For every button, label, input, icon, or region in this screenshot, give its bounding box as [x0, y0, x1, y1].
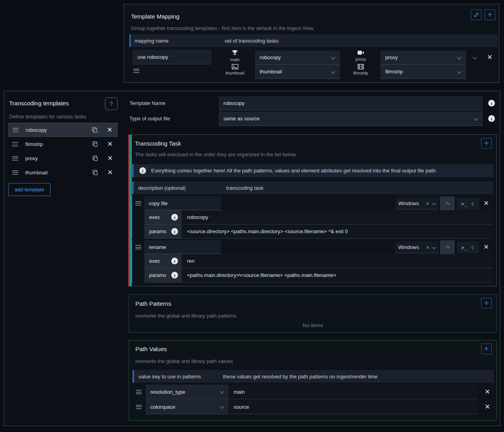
delete-task-button[interactable] [483, 243, 490, 251]
delete-mapping-button[interactable] [486, 54, 493, 61]
column-set-of-tasks: set of transcoding tasks [225, 38, 279, 44]
mapping-name-input[interactable] [133, 50, 212, 64]
help-button[interactable]: ? [105, 97, 118, 110]
row-drag-handle[interactable] [136, 390, 142, 394]
output-type-value: same as source [223, 116, 260, 122]
expand-icon [474, 12, 479, 18]
column-value-desc: these values get resolved by the path pa… [223, 374, 378, 380]
task-description-input[interactable] [144, 196, 221, 210]
mapping-drag-handle[interactable] [133, 69, 139, 73]
template-name-input[interactable] [219, 96, 483, 110]
drag-handle-icon[interactable] [13, 128, 19, 132]
info-icon[interactable] [171, 258, 178, 264]
info-icon[interactable] [171, 272, 178, 279]
info-icon[interactable] [488, 100, 495, 107]
delete-template-button[interactable] [107, 169, 114, 176]
output-type-label: Type of output file [129, 116, 170, 122]
delete-template-button[interactable] [107, 155, 114, 162]
chevron-down-icon [219, 404, 224, 408]
task-drag-handle[interactable] [135, 245, 141, 249]
collapse-task-button[interactable] [440, 240, 455, 254]
row-drag-handle[interactable] [136, 405, 142, 409]
sidebar-subtitle: Define templates for various tasks [9, 114, 86, 120]
plus-icon [484, 299, 489, 307]
params-row: params <source.directory> <paths.main.di… [144, 224, 493, 239]
task-os-select[interactable]: Windows [395, 198, 438, 209]
transcoding-task-subtitle: The tasks will exectued in the order the… [135, 151, 296, 157]
chevron-down-icon [432, 202, 436, 206]
params-label: params [149, 228, 166, 234]
column-mapping-name: mapping name [135, 38, 225, 44]
chevron-left-icon[interactable] [472, 245, 476, 249]
plus-icon [484, 345, 489, 353]
exec-value[interactable]: ren [187, 258, 195, 264]
add-path-pattern-button[interactable] [481, 298, 492, 309]
collapse-task-button[interactable] [440, 196, 455, 210]
remove-os-icon[interactable] [426, 201, 429, 206]
add-path-value-button[interactable] [481, 344, 492, 354]
duplicate-icon[interactable] [92, 170, 98, 175]
drag-handle-icon[interactable] [12, 156, 18, 161]
slot-label-filmstrip: filmstrip [347, 71, 375, 75]
delete-path-value-button[interactable] [484, 388, 491, 395]
output-type-select[interactable]: same as source [219, 112, 483, 126]
task-os-select[interactable]: Windows [395, 241, 438, 253]
task-description-input[interactable] [144, 240, 221, 254]
trophy-icon [232, 50, 238, 56]
slot-label-main: main [221, 57, 249, 62]
slot-select-thumbnail[interactable]: thumbnail [255, 65, 340, 79]
slot-select-proxy[interactable]: proxy [380, 50, 466, 65]
collapse-mapping-chevron-icon[interactable] [472, 55, 477, 59]
info-icon[interactable] [171, 228, 178, 235]
template-label: robocopy [26, 127, 92, 133]
slot-icon-proxy: proxy [347, 50, 375, 62]
add-mapping-button[interactable] [485, 9, 495, 20]
info-icon[interactable] [171, 214, 178, 221]
params-label-cell: params [144, 268, 182, 282]
sidebar-item-thumbnail[interactable]: thumbnail [8, 165, 118, 180]
add-template-button[interactable]: add template [8, 183, 51, 196]
value-key-select[interactable]: resolution_type [146, 385, 229, 399]
slot-label-proxy: proxy [347, 57, 375, 62]
task-group-rename: Windows exec ren params [131, 240, 493, 282]
template-mapping-panel: Template Mapping Group together transcod… [124, 4, 499, 83]
value-cell[interactable]: source [229, 400, 478, 414]
slot-select-filmstrip[interactable]: filmstrip [380, 65, 466, 79]
value-key-select[interactable]: colorspace [146, 400, 229, 414]
duplicate-icon[interactable] [92, 141, 98, 147]
slot-select-main[interactable]: robocopy [255, 50, 340, 65]
expand-mapping-button[interactable] [471, 9, 482, 20]
delete-template-button[interactable] [106, 126, 113, 133]
params-value[interactable]: <paths.main.directory>\<source.filename>… [187, 272, 336, 278]
info-banner-text: Everything comes together here! All the … [151, 168, 437, 174]
delete-path-value-button[interactable] [484, 403, 491, 410]
column-description: description (optional) [138, 185, 226, 191]
template-label: proxy [25, 155, 92, 161]
params-value[interactable]: <source.directory> <paths.main.directory… [187, 228, 348, 234]
duplicate-icon[interactable] [92, 127, 97, 133]
sidebar-item-proxy[interactable]: proxy [8, 151, 118, 165]
delete-task-button[interactable] [483, 200, 490, 207]
duplicate-icon[interactable] [92, 155, 98, 161]
delete-template-button[interactable] [107, 140, 114, 148]
chevron-down-icon [331, 55, 335, 59]
remove-os-icon[interactable] [426, 245, 429, 250]
add-task-button[interactable] [481, 138, 492, 149]
terminal-icon[interactable] [461, 245, 468, 251]
value-cell[interactable]: main [229, 385, 478, 399]
sidebar-item-filmstrip[interactable]: filmstrip [8, 137, 118, 151]
terminal-icon[interactable] [461, 201, 468, 207]
task-mode-toggle [457, 241, 479, 253]
path-patterns-title: Path Patterns [135, 300, 171, 307]
info-icon[interactable] [488, 115, 495, 122]
task-drag-handle[interactable] [135, 201, 141, 206]
slot-select-proxy-value: proxy [385, 54, 398, 60]
transcoding-task-panel: Transcoding Task The tasks will exectued… [129, 135, 497, 286]
slot-label-thumbnail: thumbnail [221, 71, 249, 75]
chevron-left-icon[interactable] [472, 202, 476, 206]
sidebar-item-robocopy[interactable]: robocopy [8, 123, 118, 137]
exec-value[interactable]: robocopy [187, 214, 208, 220]
filmstrip-icon [358, 64, 364, 69]
drag-handle-icon[interactable] [12, 142, 18, 146]
drag-handle-icon[interactable] [12, 170, 18, 175]
